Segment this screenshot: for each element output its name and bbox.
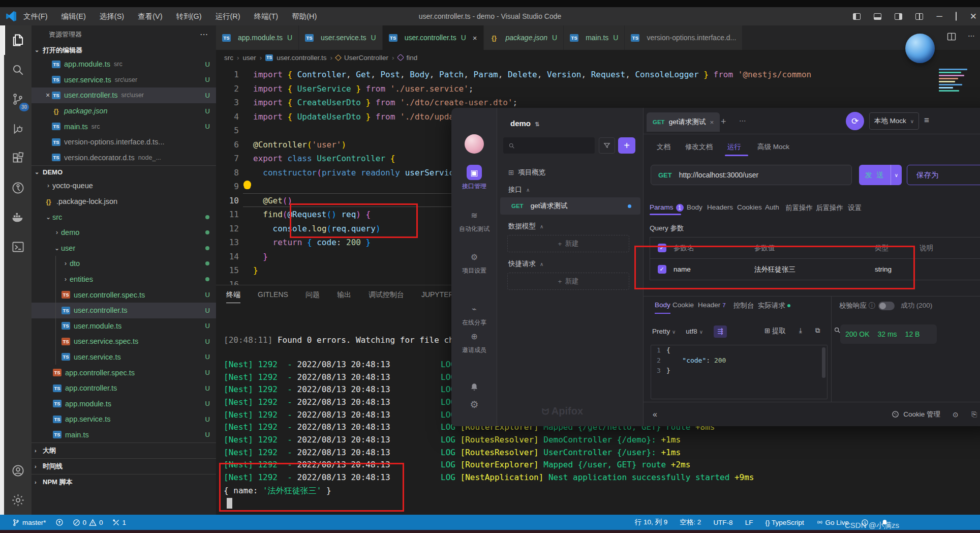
- request-section-tab[interactable]: 后置操作: [816, 203, 843, 213]
- tree-item[interactable]: ›dto: [32, 256, 216, 272]
- extract-button[interactable]: ⊞ 提取: [764, 327, 786, 336]
- run-debug-icon[interactable]: [4, 114, 32, 143]
- copy-icon[interactable]: ⧉: [815, 327, 820, 336]
- project-section-header[interactable]: ⌄ DEMO: [32, 165, 216, 178]
- mock-mode-select[interactable]: 本地 Mock∨: [869, 112, 919, 130]
- problems-item[interactable]: 0 0: [73, 519, 103, 526]
- response-tab[interactable]: 控制台: [733, 301, 754, 310]
- doc-tab[interactable]: 运行: [727, 142, 741, 152]
- apifox-search-input[interactable]: [503, 137, 595, 154]
- split-editor-icon[interactable]: [946, 32, 957, 42]
- tree-item[interactable]: TSuser.service.tsU: [32, 349, 216, 365]
- panel-tab[interactable]: 调试控制台: [369, 290, 404, 303]
- search-icon[interactable]: [4, 55, 32, 84]
- panel-tab[interactable]: 终端: [226, 290, 240, 303]
- menu-item[interactable]: 运行(R): [215, 12, 240, 20]
- tree-item[interactable]: TSapp.service.tsU: [32, 411, 216, 427]
- sidebar-more-icon[interactable]: ⋯: [200, 29, 209, 39]
- request-section-tab[interactable]: 前置操作: [785, 203, 813, 213]
- docker-icon[interactable]: [4, 202, 32, 232]
- panel-tab[interactable]: 输出: [337, 290, 351, 303]
- sidebar-section-大纲[interactable]: ›大纲: [32, 442, 216, 458]
- editor-tab[interactable]: TSuser.controller.tsU×: [383, 25, 484, 50]
- cursor-position-item[interactable]: 行 10, 列 9: [635, 518, 668, 527]
- open-editor-item[interactable]: TSmain.tssrcU: [32, 119, 216, 134]
- add-api-button[interactable]: +: [618, 137, 635, 154]
- editor-tab[interactable]: {}package.jsonU: [484, 25, 564, 50]
- editor-tab[interactable]: TSapp.module.tsU: [216, 25, 299, 50]
- close-tab-icon[interactable]: ×: [710, 119, 714, 126]
- request-section-tab[interactable]: Headers: [707, 203, 733, 211]
- tree-item[interactable]: TSuser.module.tsU: [32, 318, 216, 334]
- layout-secondary-icon[interactable]: [895, 13, 902, 20]
- request-url-bar[interactable]: GET http://localhost:3000/user: [651, 165, 852, 185]
- save-as-button[interactable]: 保存为: [907, 165, 980, 185]
- apifox-nav-4[interactable]: ⌁在线分享: [451, 301, 497, 327]
- close-icon[interactable]: ×: [473, 34, 477, 42]
- menu-item[interactable]: 帮助(H): [292, 12, 317, 20]
- editor-tab[interactable]: TSmain.tsU: [564, 25, 625, 50]
- breadcrumb-item[interactable]: find: [407, 54, 418, 62]
- open-editor-item[interactable]: TSapp.module.tssrcU: [32, 56, 216, 72]
- menu-item[interactable]: 选择(S): [100, 12, 124, 20]
- pretty-select[interactable]: Pretty ∨: [652, 328, 676, 335]
- open-editor-item[interactable]: TSversion.decorator.d.tsnode_...: [32, 150, 216, 166]
- tree-item[interactable]: TSuser.controller.spec.tsU: [32, 287, 216, 303]
- scrollbar[interactable]: [822, 347, 825, 378]
- tree-item[interactable]: TSuser.controller.tsU: [32, 303, 216, 318]
- model-section-header[interactable]: 数据模型∧: [497, 219, 644, 234]
- git-branch-item[interactable]: master*: [12, 519, 46, 526]
- open-editor-item[interactable]: ×TSuser.controller.tssrc\userU: [32, 87, 216, 103]
- menu-item[interactable]: 查看(V): [138, 12, 162, 20]
- menu-item[interactable]: 编辑(E): [62, 12, 86, 20]
- menu-item[interactable]: 转到(G): [176, 12, 202, 20]
- layout-sidebar-icon[interactable]: [853, 13, 861, 20]
- sync-changes-item[interactable]: [55, 518, 64, 526]
- response-tab[interactable]: Header7: [698, 301, 726, 309]
- terminal-activity-icon[interactable]: [4, 232, 32, 261]
- tree-item[interactable]: TSapp.controller.spec.tsU: [32, 365, 216, 380]
- breadcrumb-item[interactable]: user: [243, 54, 256, 62]
- breadcrumb-item[interactable]: user.controller.ts: [277, 54, 326, 62]
- filter-funnel-icon[interactable]: [599, 137, 615, 154]
- open-editors-header[interactable]: ⌄ 打开的编辑器: [32, 44, 216, 56]
- request-section-tab[interactable]: Cookies: [737, 203, 762, 211]
- apifox-settings-gear-icon[interactable]: ⚙: [451, 399, 497, 410]
- apifox-nav-1[interactable]: ▣接口管理: [451, 165, 497, 191]
- doc-tab[interactable]: 文档: [657, 142, 670, 152]
- new-quick-request-button[interactable]: +新建: [507, 273, 629, 290]
- source-control-icon[interactable]: 30: [4, 84, 32, 114]
- breadcrumb-item[interactable]: src: [224, 54, 233, 62]
- encoding-item[interactable]: UTF-8: [713, 519, 732, 526]
- maximize-button[interactable]: [956, 12, 957, 20]
- request-tab[interactable]: GET get请求测试 ×: [647, 112, 720, 132]
- accounts-icon[interactable]: [4, 456, 32, 485]
- floating-assistant-ball[interactable]: [905, 34, 935, 63]
- settings-gear-icon[interactable]: [4, 485, 32, 515]
- apifox-nav-5[interactable]: ⊕邀请成员: [451, 329, 497, 354]
- send-button[interactable]: 发 送∨: [859, 165, 902, 185]
- response-tab[interactable]: Body: [655, 301, 670, 314]
- quick-request-header[interactable]: 快捷请求∧: [497, 256, 644, 272]
- extensions-icon[interactable]: [4, 143, 32, 173]
- tools-item[interactable]: 1: [112, 519, 127, 526]
- tree-item[interactable]: ›demo: [32, 225, 216, 241]
- response-json-viewer[interactable]: 1{2 "code": 2003}: [651, 345, 828, 399]
- search-response-icon[interactable]: [834, 327, 841, 336]
- editor-more-icon[interactable]: ⋯: [968, 32, 975, 42]
- download-icon[interactable]: ⤓: [799, 327, 802, 336]
- tab-more-icon[interactable]: ⋯: [739, 116, 746, 125]
- gitlens-icon[interactable]: [4, 173, 32, 202]
- method-label[interactable]: GET: [651, 171, 679, 179]
- close-button[interactable]: ✕: [970, 11, 977, 22]
- cookie-manager-button[interactable]: Cookie 管理: [892, 410, 940, 419]
- doc-tab[interactable]: 高级 Mock: [757, 142, 789, 152]
- indentation-item[interactable]: 空格: 2: [680, 518, 701, 527]
- request-section-tab[interactable]: Params1: [650, 203, 684, 212]
- clipboard-icon[interactable]: ⎘: [971, 410, 977, 419]
- request-section-tab[interactable]: 设置: [848, 203, 862, 213]
- apifox-nav-3[interactable]: ⚙项目设置: [451, 249, 497, 275]
- doc-tab[interactable]: 修改文档: [685, 142, 713, 152]
- apifox-nav-2[interactable]: ≋自动化测试: [451, 208, 497, 233]
- panel-tab[interactable]: 问题: [305, 290, 320, 303]
